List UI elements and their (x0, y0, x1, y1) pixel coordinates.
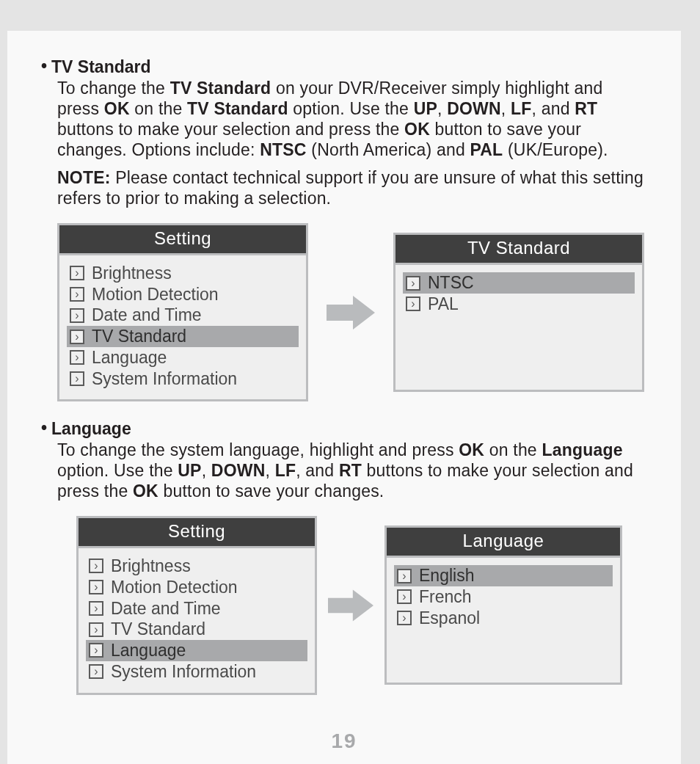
section-title-tv-standard: TV Standard (51, 57, 150, 78)
top-band (0, 0, 700, 31)
setting-menu-1: Setting BrightnessMotion DetectionDate a… (57, 223, 308, 402)
menu-item[interactable]: Language (67, 347, 299, 368)
note-text: Please contact technical support if you … (57, 168, 644, 208)
note-label: NOTE: (57, 168, 111, 187)
chevron-right-icon (89, 622, 103, 637)
setting-menu-2: Setting BrightnessMotion DetectionDate a… (76, 516, 317, 695)
chevron-right-icon (89, 559, 103, 573)
menu-item[interactable]: French (394, 586, 613, 608)
section1-paragraph: To change the TV Standard on your DVR/Re… (57, 78, 644, 160)
chevron-right-icon (397, 611, 412, 625)
chevron-right-icon (89, 664, 103, 679)
menu-item-label: Language (92, 347, 167, 368)
menu-item[interactable]: TV Standard (67, 326, 299, 347)
menu-item[interactable]: PAL (403, 294, 635, 315)
menu-item-label: NTSC (428, 272, 474, 294)
menu-item-label: Motion Detection (92, 284, 219, 305)
menu-item[interactable]: TV Standard (86, 619, 307, 640)
menu-item[interactable]: Language (86, 640, 307, 661)
arrow-right-icon (317, 589, 384, 622)
menu-item-label: PAL (428, 294, 459, 315)
chevron-right-icon (70, 350, 84, 365)
chevron-right-icon (397, 589, 412, 604)
menu-item-label: English (419, 565, 474, 586)
figure-row-2: Setting BrightnessMotion DetectionDate a… (76, 516, 644, 695)
menu-item[interactable]: Espanol (394, 608, 613, 629)
menu-item-label: Language (111, 640, 186, 661)
menu-item-label: System Information (111, 661, 256, 683)
page-number: 19 (7, 730, 681, 753)
chevron-right-icon (70, 266, 84, 280)
menu-item[interactable]: System Information (67, 368, 299, 390)
svg-marker-0 (327, 296, 375, 330)
menu-item-label: Espanol (419, 608, 480, 629)
menu-item-label: TV Standard (92, 326, 186, 347)
menu-item[interactable]: System Information (86, 661, 307, 683)
chevron-right-icon (406, 276, 420, 291)
menu-item-label: Date and Time (111, 598, 221, 619)
menu-item[interactable]: Brightness (67, 263, 299, 284)
menu-item-label: System Information (92, 368, 237, 390)
chevron-right-icon (89, 601, 103, 616)
menu-item[interactable]: English (394, 565, 613, 586)
menu-item[interactable]: Date and Time (67, 305, 299, 326)
menu-item[interactable]: NTSC (403, 272, 635, 294)
chevron-right-icon (89, 643, 103, 658)
tv-standard-menu: TV Standard NTSCPAL (393, 233, 644, 392)
menu-header: TV Standard (395, 235, 642, 265)
menu-header: Language (387, 528, 620, 558)
menu-item-label: Motion Detection (111, 577, 238, 598)
menu-item[interactable]: Brightness (86, 556, 307, 577)
menu-item-label: Brightness (92, 263, 172, 284)
section1-note: NOTE: Please contact technical support i… (57, 167, 644, 208)
bullet: • (41, 57, 47, 76)
chevron-right-icon (406, 296, 420, 311)
language-menu: Language EnglishFrenchEspanol (384, 525, 622, 685)
figure-row-1: Setting BrightnessMotion DetectionDate a… (57, 223, 644, 402)
section-title-language: Language (51, 419, 131, 440)
chevron-right-icon (89, 580, 103, 594)
chevron-right-icon (70, 287, 84, 302)
menu-header: Setting (59, 225, 306, 255)
menu-item-label: TV Standard (111, 619, 205, 640)
svg-marker-1 (328, 589, 373, 621)
section2-paragraph: To change the system language, highlight… (57, 440, 644, 501)
menu-item-label: Date and Time (92, 305, 202, 326)
page-content: • TV Standard To change the TV Standard … (7, 31, 681, 764)
menu-item-label: Brightness (111, 556, 191, 577)
chevron-right-icon (70, 371, 84, 386)
menu-item[interactable]: Date and Time (86, 598, 307, 619)
bullet: • (41, 419, 47, 437)
chevron-right-icon (70, 308, 84, 323)
menu-item[interactable]: Motion Detection (86, 577, 307, 598)
chevron-right-icon (397, 569, 412, 583)
menu-item[interactable]: Motion Detection (67, 284, 299, 305)
chevron-right-icon (70, 330, 84, 344)
menu-item-label: French (419, 586, 472, 608)
arrow-right-icon (308, 296, 393, 330)
menu-header: Setting (79, 518, 315, 548)
